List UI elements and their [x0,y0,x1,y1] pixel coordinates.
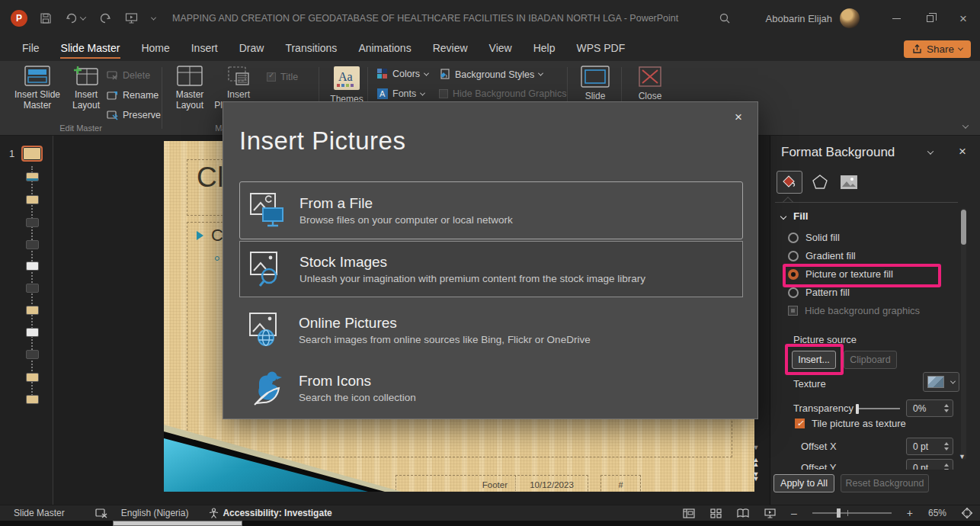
menu-tab-insert[interactable]: Insert [183,38,226,59]
menu-tab-slide-master[interactable]: Slide Master [53,38,129,59]
layout-thumbnail[interactable] [26,350,39,359]
menu-tab-home[interactable]: Home [133,38,178,59]
avatar[interactable] [840,8,860,28]
gradient-fill-radio[interactable]: Gradient fill [788,250,856,261]
close-window-button[interactable] [946,0,980,37]
rename-button[interactable]: Rename [107,90,159,101]
layout-thumbnail[interactable] [26,373,39,382]
undo-icon[interactable] [66,12,85,24]
layout-thumbnail[interactable] [26,395,39,404]
slide-number-placeholder[interactable]: # [600,475,641,492]
panel-chevron-down-icon[interactable] [927,148,934,154]
master-layout-button[interactable]: Master Layout [166,66,213,111]
insert-picture-button[interactable]: Insert... [792,351,836,369]
solid-fill-radio[interactable]: Solid fill [788,232,840,243]
close-master-view-button[interactable]: Close [626,66,674,101]
layout-thumbnail[interactable] [26,195,39,204]
normal-view-icon[interactable] [683,508,695,518]
texture-dropdown[interactable] [923,372,959,392]
date-placeholder[interactable]: 10/12/2023 [515,476,588,492]
colors-button[interactable]: Colors [377,69,428,79]
menu-tab-review[interactable]: Review [424,38,476,59]
search-icon[interactable] [719,12,731,24]
preserve-button[interactable]: Preserve [107,110,161,120]
menu-tab-wps-pdf[interactable]: WPS PDF [568,38,633,59]
zoom-level[interactable]: 65% [928,508,946,518]
layout-thumbnail[interactable] [26,172,39,181]
collapse-ribbon-icon[interactable] [962,122,969,128]
start-slideshow-icon[interactable] [125,12,138,24]
pattern-fill-radio[interactable]: Pattern fill [788,287,850,298]
redo-icon[interactable] [99,12,111,24]
undo-dropdown-icon[interactable] [80,14,86,20]
layout-thumbnail[interactable] [26,284,39,293]
fill-section-header[interactable]: Fill [781,210,809,222]
share-button[interactable]: Share [904,40,971,58]
menu-tab-draw[interactable]: Draw [231,38,273,59]
online-pictures-option[interactable]: Online Pictures Search images from onlin… [239,303,743,358]
slide-sorter-icon[interactable] [710,508,722,518]
menu-tab-help[interactable]: Help [525,38,564,59]
slide-size-button[interactable]: Slide [572,66,619,101]
layout-thumbnail[interactable] [26,328,39,337]
panel-close-icon[interactable] [959,145,966,159]
qat-customize-icon[interactable] [152,17,155,21]
tile-picture-checkbox[interactable]: Tile picture as texture [795,418,906,429]
layout-thumbnail[interactable] [26,218,39,227]
stock-images-option[interactable]: Stock Images Unleash your imagination wi… [239,241,743,297]
offset-x-field[interactable]: 0 pt [906,438,953,455]
master-slide-thumbnail[interactable] [21,146,43,162]
picture-or-texture-fill-radio[interactable]: Picture or texture fill [788,268,893,280]
fonts-button[interactable]: A Fonts [377,88,424,99]
from-icons-option[interactable]: From Icons Search the icon collection [239,361,743,415]
apply-to-all-button[interactable]: Apply to All [773,474,834,492]
reading-view-icon[interactable] [737,508,749,518]
panel-scroll-down-icon[interactable]: ▼ [959,453,966,460]
picture-tab[interactable] [836,171,862,194]
background-styles-button[interactable]: Background Styles [439,69,543,80]
menu-tab-view[interactable]: View [481,38,520,59]
previous-slide-button[interactable]: ▲▲ [753,457,760,467]
accessibility-status[interactable]: Accessibility: Investigate [223,508,331,518]
background-window-strip [0,521,980,526]
fill-tab[interactable] [777,171,802,194]
restore-button[interactable] [913,0,946,37]
from-file-desc: Browse files on your computer or local n… [299,214,513,226]
scroll-down-icon[interactable]: ▼ [753,445,760,450]
zoom-in-icon[interactable]: + [907,507,913,519]
themes-button[interactable]: Aa Themes [323,66,370,104]
from-a-file-option[interactable]: From a File Browse files on your compute… [239,181,743,239]
dialog-close-icon[interactable] [730,108,747,125]
layout-thumbnail[interactable] [26,306,39,315]
menu-tab-animations[interactable]: Animations [350,38,419,59]
next-slide-button[interactable]: ▼▼ [753,472,760,481]
transparency-slider-thumb[interactable] [856,404,859,414]
transparency-label: Transparency [793,403,853,414]
panel-scrollbar-thumb[interactable] [961,210,966,245]
layout-thumbnail[interactable] [26,240,39,249]
layout-thumbnail[interactable] [26,261,39,271]
zoom-out-icon[interactable]: – [791,507,797,519]
panel-scrollbar[interactable] [961,208,966,460]
save-icon[interactable] [40,12,52,24]
effects-tab[interactable] [807,171,833,194]
transparency-slider[interactable] [856,408,900,409]
footer-placeholder[interactable]: Footer 10/12/2023 [396,475,588,492]
spell-check-icon[interactable] [95,508,107,518]
spinner-icons[interactable] [944,404,953,412]
spinner-icons[interactable] [944,442,953,451]
menu-tab-transitions[interactable]: Transitions [277,38,345,59]
menu-tab-file[interactable]: File [14,38,48,59]
zoom-slider[interactable] [812,512,892,514]
transparency-value-field[interactable]: 0% [906,399,953,417]
accessibility-icon[interactable] [208,508,219,518]
slideshow-view-icon[interactable] [764,508,776,518]
insert-layout-button[interactable]: Insert Layout [62,66,110,111]
powerpoint-logo-icon[interactable]: P [11,10,27,27]
language-button[interactable]: English (Nigeria) [121,508,189,518]
minimize-button[interactable] [879,0,913,37]
zoom-slider-thumb[interactable] [837,508,841,518]
fit-to-window-icon[interactable] [962,508,972,518]
user-name[interactable]: Abobarin Elijah [766,13,832,24]
insert-slide-master-button[interactable]: Insert Slide Master [14,66,61,111]
